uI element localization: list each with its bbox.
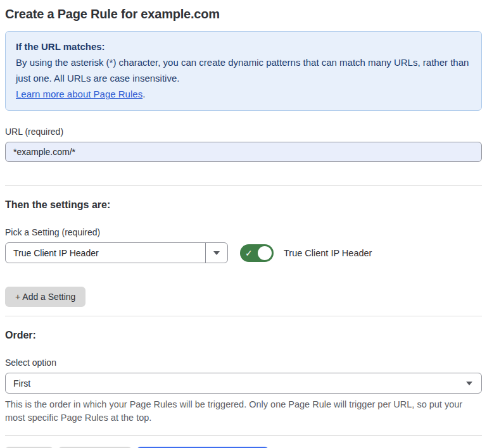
setting-row: True Client IP Header ✓ True Client IP H… <box>5 242 482 263</box>
divider <box>5 435 482 436</box>
url-input[interactable] <box>5 142 482 162</box>
divider <box>5 185 482 186</box>
divider <box>5 316 482 316</box>
link-suffix: . <box>142 89 145 99</box>
setting-select-value: True Client IP Header <box>6 248 99 258</box>
setting-select[interactable]: True Client IP Header <box>5 242 228 263</box>
info-box-body: By using the asterisk (*) character, you… <box>16 54 471 86</box>
true-client-ip-toggle[interactable]: ✓ <box>240 244 274 262</box>
check-icon: ✓ <box>245 249 253 258</box>
url-matches-info-box: If the URL matches: By using the asteris… <box>5 31 482 111</box>
setting-select-arrow-section[interactable] <box>205 243 227 263</box>
dropdown-arrow-icon <box>466 382 472 385</box>
order-help-text: This is the order in which your Page Rul… <box>5 398 477 424</box>
order-select-value: First <box>6 378 30 389</box>
add-setting-button[interactable]: + Add a Setting <box>5 287 85 307</box>
toggle-label: True Client IP Header <box>284 248 372 258</box>
order-section-heading: Order: <box>5 330 482 341</box>
info-box-heading: If the URL matches: <box>16 39 471 54</box>
order-select-label: Select option <box>5 358 482 368</box>
pick-setting-label: Pick a Setting (required) <box>5 227 482 237</box>
learn-more-link[interactable]: Learn more about Page Rules <box>16 89 142 99</box>
toggle-knob <box>258 246 272 260</box>
page-title: Create a Page Rule for example.com <box>5 7 482 22</box>
order-select[interactable]: First <box>5 373 482 394</box>
settings-section-heading: Then the settings are: <box>5 199 482 211</box>
dropdown-arrow-icon <box>213 251 220 255</box>
url-field-label: URL (required) <box>5 127 482 137</box>
info-box-link-line: Learn more about Page Rules. <box>16 86 471 102</box>
